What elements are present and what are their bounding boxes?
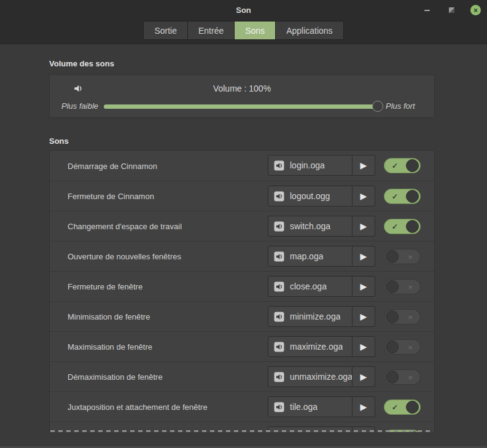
scroll-undershoot-indicator [50, 430, 434, 432]
close-icon: × [473, 7, 478, 14]
sound-file-name: unmaximize.oga [290, 372, 352, 382]
audio-file-icon [274, 251, 284, 262]
tab-sortie[interactable]: Sortie [144, 22, 187, 39]
close-button[interactable]: × [470, 5, 481, 15]
sound-file-name: map.oga [290, 251, 323, 261]
sound-enabled-toggle[interactable]: ✓ × [384, 189, 421, 204]
minimize-icon [424, 10, 430, 11]
sound-event-label: Juxtaposition et attachement de fenêtre [68, 403, 208, 412]
sound-enabled-toggle[interactable]: ✓ × [384, 249, 421, 264]
tab-bar: SortieEntréeSonsApplications [0, 20, 487, 44]
toggle-cross-icon: × [408, 313, 413, 321]
sound-file-group: switch.oga ▶ [268, 216, 375, 237]
sound-file-button[interactable]: minimize.oga [268, 306, 353, 327]
sound-enabled-toggle[interactable]: ✓ × [384, 219, 421, 234]
main-content: Volume des sons Volume : 100% Plus faibl… [0, 44, 487, 448]
audio-file-icon [274, 372, 284, 382]
toggle-knob [406, 159, 419, 172]
sound-file-group: unmaximize.oga ▶ [268, 366, 375, 387]
play-icon: ▶ [360, 192, 367, 200]
restore-button[interactable] [446, 5, 457, 16]
sound-file-button[interactable]: login.oga [268, 155, 353, 176]
sound-enabled-toggle[interactable]: ✓ × [384, 158, 421, 173]
toggle-check-icon: ✓ [392, 193, 398, 200]
sound-enabled-toggle[interactable]: ✓ × [384, 369, 421, 385]
audio-file-icon [274, 342, 284, 352]
slider-min-label: Plus faible [61, 101, 98, 111]
sound-row: Fermeture de Cinnamon logout.ogg ▶ ✓ × [50, 181, 434, 211]
sound-file-button[interactable]: tile.oga [268, 396, 353, 417]
play-sound-button[interactable]: ▶ [353, 246, 375, 267]
toggle-knob [406, 401, 419, 414]
sound-file-button[interactable]: maximize.oga [268, 336, 353, 357]
sound-file-name: close.oga [290, 281, 327, 291]
toggle-check-icon: ✓ [392, 223, 398, 230]
sound-row: Maximisation de fenêtre maximize.oga ▶ ✓… [50, 331, 434, 361]
volume-slider-handle[interactable] [372, 101, 383, 112]
sound-row: Démaximisation de fenêtre unmaximize.oga… [50, 361, 434, 391]
toggle-knob [386, 310, 399, 323]
sound-file-button[interactable]: switch.oga [268, 216, 353, 237]
play-sound-button[interactable]: ▶ [353, 155, 375, 176]
slider-max-label: Plus fort [386, 101, 415, 111]
play-icon: ▶ [360, 312, 367, 321]
sound-enabled-toggle[interactable]: ✓ × [384, 279, 421, 294]
toggle-knob [386, 280, 399, 293]
volume-value-label: Volume : 100% [50, 84, 434, 93]
toggle-cross-icon: × [408, 253, 413, 261]
play-sound-button[interactable]: ▶ [353, 276, 375, 297]
play-sound-button[interactable]: ▶ [353, 186, 375, 206]
play-icon: ▶ [360, 222, 367, 230]
sound-file-name: maximize.oga [290, 342, 343, 352]
restore-icon [449, 7, 454, 13]
audio-file-icon [274, 191, 284, 202]
sound-row: Démarrage de Cinnamon login.oga ▶ ✓ × [50, 151, 434, 181]
sound-file-button[interactable]: unmaximize.oga [268, 366, 353, 387]
sound-enabled-toggle[interactable]: ✓ × [384, 339, 421, 355]
sound-file-name: tile.oga [290, 402, 318, 412]
sound-event-label: Changement d'espace de travail [68, 222, 182, 231]
sounds-list: Démarrage de Cinnamon login.oga ▶ ✓ × Fe… [49, 150, 435, 432]
sound-file-name: login.oga [290, 160, 325, 170]
sound-enabled-toggle[interactable]: ✓ × [384, 399, 421, 415]
audio-file-icon [274, 221, 284, 232]
titlebar: Son × [0, 0, 487, 20]
sound-event-label: Maximisation de fenêtre [68, 342, 152, 352]
sound-event-label: Minimisation de fenêtre [68, 312, 150, 321]
sound-file-group: login.oga ▶ [268, 155, 375, 176]
play-sound-button[interactable]: ▶ [353, 336, 375, 357]
play-icon: ▶ [360, 403, 367, 411]
play-sound-button[interactable]: ▶ [353, 366, 375, 387]
play-icon: ▶ [360, 282, 367, 291]
play-sound-button[interactable]: ▶ [353, 396, 375, 417]
toggle-knob [386, 250, 399, 263]
volume-slider[interactable]: Plus faible Plus fort [104, 104, 378, 109]
toggle-check-icon: ✓ [392, 162, 398, 170]
sound-file-group: map.oga ▶ [268, 246, 375, 267]
sound-file-button[interactable]: logout.ogg [268, 186, 353, 206]
toggle-cross-icon: × [408, 373, 413, 381]
sound-event-label: Fermeture de fenêtre [68, 282, 142, 291]
play-sound-button[interactable]: ▶ [353, 306, 375, 327]
tab-sons[interactable]: Sons [234, 22, 275, 39]
sounds-section-header: Sons [49, 136, 69, 146]
sound-event-label: Démarrage de Cinnamon [68, 161, 157, 170]
tab-entree[interactable]: Entrée [187, 22, 234, 39]
toggle-knob [386, 371, 399, 383]
sound-file-button[interactable]: map.oga [268, 246, 353, 267]
play-icon: ▶ [360, 342, 367, 351]
minimize-button[interactable] [421, 5, 432, 16]
sound-file-name: logout.ogg [290, 191, 330, 201]
sound-row: Fermeture de fenêtre close.oga ▶ ✓ × [50, 271, 434, 301]
toggle-knob [386, 340, 399, 353]
window-controls: × [421, 0, 481, 20]
sound-file-button[interactable]: close.oga [268, 276, 353, 297]
play-sound-button[interactable]: ▶ [353, 216, 375, 237]
sound-row: Ouverture de nouvelles fenêtres map.oga … [50, 241, 434, 271]
sound-event-label: Fermeture de Cinnamon [68, 192, 154, 201]
sound-enabled-toggle[interactable]: ✓ × [384, 309, 421, 324]
tab-applications[interactable]: Applications [275, 22, 343, 39]
toggle-cross-icon: × [408, 343, 413, 351]
toggle-knob [406, 220, 419, 233]
audio-file-icon [274, 402, 284, 412]
